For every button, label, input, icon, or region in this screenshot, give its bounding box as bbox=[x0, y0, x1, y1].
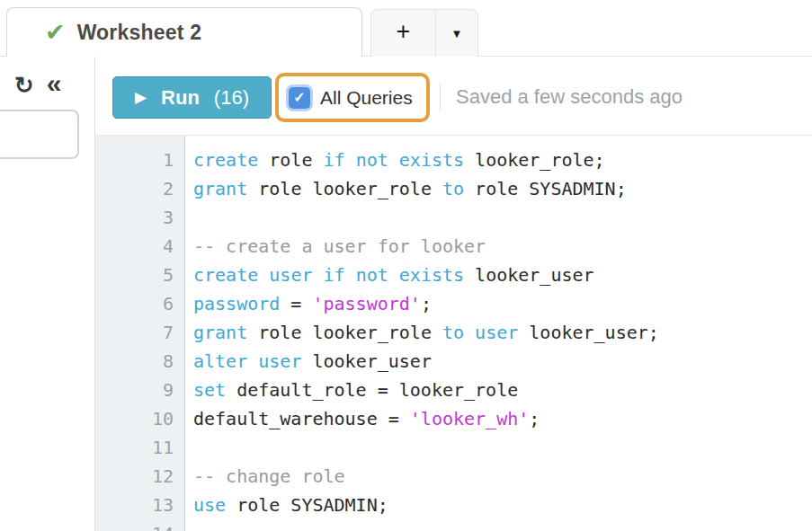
line-number: 14 bbox=[95, 519, 174, 531]
snowflake-worksheet-app: ✔ Worksheet 2 + ▼ ↻ « ▶ Run (16) bbox=[0, 0, 812, 531]
run-count: (16) bbox=[214, 86, 249, 110]
play-icon: ▶ bbox=[135, 90, 147, 105]
sidebar-search-box[interactable] bbox=[0, 110, 79, 159]
code-line[interactable]: create user if not exists looker_user bbox=[193, 261, 812, 289]
toolbar-divider bbox=[440, 84, 441, 111]
worksheet-main: ▶ Run (16) ✓ All Queries Saved a few sec… bbox=[95, 57, 812, 531]
sql-code-area[interactable]: create role if not exists looker_role;gr… bbox=[185, 136, 812, 531]
code-line[interactable]: grant role looker_role to user looker_us… bbox=[193, 318, 812, 347]
line-number: 8 bbox=[95, 347, 174, 376]
refresh-icon[interactable]: ↻ bbox=[14, 74, 34, 97]
worksheet-body: ↻ « ▶ Run (16) ✓ All Queries bbox=[0, 57, 812, 531]
line-number: 11 bbox=[95, 433, 174, 462]
tab-worksheet-2[interactable]: ✔ Worksheet 2 bbox=[6, 7, 362, 57]
line-number: 13 bbox=[95, 491, 174, 519]
tab-label: Worksheet 2 bbox=[77, 21, 202, 45]
worksheet-tab-bar: ✔ Worksheet 2 + ▼ bbox=[0, 0, 812, 57]
run-button[interactable]: ▶ Run (16) bbox=[112, 76, 272, 119]
code-line[interactable]: -- change role bbox=[193, 462, 812, 491]
code-line[interactable]: alter user looker_user bbox=[193, 347, 812, 376]
code-line[interactable] bbox=[193, 433, 812, 462]
checkmark-icon: ✓ bbox=[293, 91, 305, 105]
sidebar-actions: ↻ « bbox=[14, 70, 61, 101]
line-number: 1 bbox=[95, 146, 174, 174]
worksheet-menu-caret-icon[interactable]: ▼ bbox=[435, 10, 477, 57]
line-number: 12 bbox=[95, 462, 174, 491]
line-number: 3 bbox=[95, 203, 174, 232]
line-number: 10 bbox=[95, 404, 174, 433]
code-line[interactable]: create role if not exists looker_role; bbox=[193, 146, 812, 174]
object-browser-sidebar: ↻ « bbox=[0, 57, 95, 531]
line-number: 4 bbox=[95, 232, 174, 261]
code-line[interactable]: password = 'password'; bbox=[193, 289, 812, 318]
collapse-sidebar-icon[interactable]: « bbox=[47, 70, 62, 101]
all-queries-label[interactable]: All Queries bbox=[320, 87, 413, 109]
code-line[interactable]: set default_role = looker_role bbox=[193, 376, 812, 404]
line-number: 6 bbox=[95, 289, 174, 318]
code-line[interactable]: grant role looker_role to role SYSADMIN; bbox=[193, 174, 812, 203]
line-number: 5 bbox=[95, 261, 174, 289]
saved-check-icon: ✔ bbox=[45, 21, 66, 45]
all-queries-highlight-annotation: ✓ All Queries bbox=[275, 73, 430, 122]
saved-status-text: Saved a few seconds ago bbox=[456, 85, 683, 109]
new-tab-group: + ▼ bbox=[370, 9, 478, 57]
line-number-gutter: 1234567891011121314 bbox=[95, 136, 185, 531]
code-line[interactable] bbox=[193, 519, 812, 531]
line-number: 2 bbox=[95, 174, 174, 203]
sql-editor: 1234567891011121314 create role if not e… bbox=[95, 136, 812, 531]
new-worksheet-button[interactable]: + bbox=[371, 10, 435, 57]
code-line[interactable]: use role SYSADMIN; bbox=[193, 491, 812, 519]
all-queries-checkbox[interactable]: ✓ bbox=[289, 87, 310, 109]
code-line[interactable] bbox=[193, 203, 812, 232]
worksheet-toolbar: ▶ Run (16) ✓ All Queries Saved a few sec… bbox=[95, 57, 812, 136]
line-number: 7 bbox=[95, 318, 174, 347]
code-line[interactable]: -- create a user for looker bbox=[193, 232, 812, 261]
code-line[interactable]: default_warehouse = 'looker_wh'; bbox=[193, 404, 812, 433]
run-label: Run bbox=[161, 86, 200, 110]
line-number: 9 bbox=[95, 376, 174, 404]
